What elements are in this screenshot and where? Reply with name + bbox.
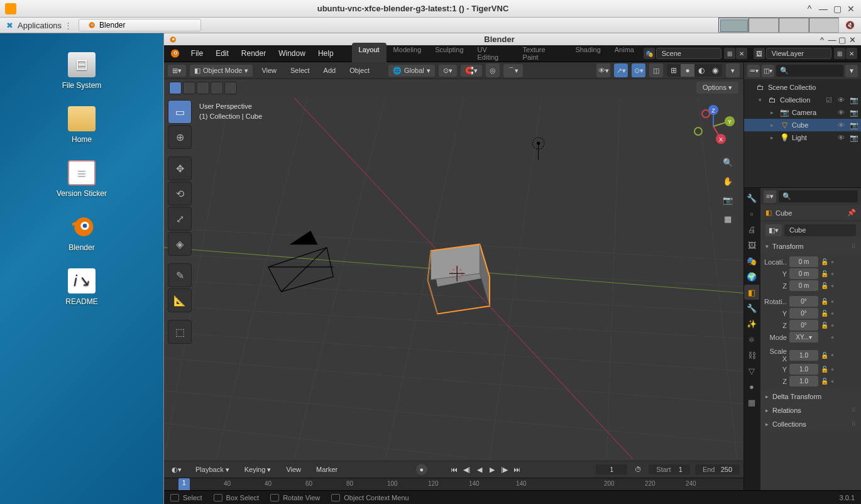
start-frame-field[interactable]: Start 1: [649, 464, 690, 474]
lock-icon[interactable]: 🔓: [821, 322, 828, 329]
lock-icon[interactable]: 🔓: [821, 282, 828, 289]
navigation-gizmo[interactable]: Z Y X: [691, 104, 736, 149]
workspace-4[interactable]: [809, 18, 839, 33]
tab-layout[interactable]: Layout: [352, 43, 387, 64]
timeline-editor-type[interactable]: ◐▾: [168, 464, 185, 475]
tab-sculpting[interactable]: Sculpting: [428, 43, 470, 64]
lock-icon[interactable]: 🔓: [821, 258, 828, 265]
workspace-pager[interactable]: [718, 18, 839, 33]
lock-icon[interactable]: 🔓: [821, 310, 828, 317]
vnc-close-button[interactable]: ✕: [846, 4, 856, 14]
play-reverse-button[interactable]: ◀: [474, 464, 485, 475]
prop-tab-output[interactable]: 🖨: [744, 222, 759, 237]
vnc-rollup-button[interactable]: ^: [804, 4, 814, 14]
location-z-field[interactable]: 0 m: [789, 280, 818, 291]
prop-tab-material[interactable]: ●: [744, 379, 759, 394]
tree-cube[interactable]: ▸ ▽ Cube 👁 📷: [744, 119, 861, 131]
gizmo-button[interactable]: ↗▾: [614, 63, 628, 77]
orientation-dropdown[interactable]: 🌐 Global ▾: [388, 65, 435, 77]
select-mode-invert[interactable]: [211, 82, 223, 94]
vnc-maximize-button[interactable]: ▢: [832, 4, 842, 14]
render-icon[interactable]: 📷: [850, 121, 858, 129]
editor-type-dropdown[interactable]: ⊞▾: [168, 65, 186, 77]
prop-tab-texture[interactable]: ▦: [744, 395, 759, 410]
scene-delete-button[interactable]: ✕: [736, 48, 747, 59]
checkbox-icon[interactable]: ☑: [826, 96, 835, 104]
keyframe-prev-button[interactable]: ◀|: [461, 464, 473, 475]
shading-wireframe[interactable]: ⊞: [667, 64, 681, 77]
rotation-y-field[interactable]: 0°: [789, 308, 818, 319]
desktop-icon-filesystem[interactable]: ⊟ File System: [62, 52, 102, 90]
tab-texture-paint[interactable]: Texture Paint: [516, 43, 569, 64]
blender-minimize-button[interactable]: —: [827, 35, 837, 44]
desktop-icon-readme[interactable]: i↘ README: [65, 268, 97, 306]
workspace-3[interactable]: [779, 18, 809, 33]
workspace-1[interactable]: [718, 18, 749, 33]
shading-rendered[interactable]: ◉: [708, 64, 722, 77]
viewlayer-name-field[interactable]: ViewLayer: [766, 48, 831, 59]
tab-uv-editing[interactable]: UV Editing: [471, 43, 516, 64]
prop-tab-viewlayer[interactable]: 🖼: [744, 238, 759, 253]
prop-tab-physics[interactable]: ⚛: [744, 332, 759, 347]
scale-z-field[interactable]: 1.0: [789, 376, 818, 386]
xfce-desktop[interactable]: ⊟ File System Home ≡ Version Sticker Ble…: [0, 33, 163, 504]
menu-help[interactable]: Help: [312, 47, 339, 60]
select-mode-rect[interactable]: [169, 82, 182, 94]
object-menu[interactable]: Object: [344, 65, 375, 76]
scene-browse-icon[interactable]: 🎭: [644, 48, 655, 59]
panel-grip-icon[interactable]: ⠿: [852, 407, 856, 414]
tool-move[interactable]: ✥: [168, 156, 192, 180]
menu-file[interactable]: File: [185, 47, 209, 60]
xray-button[interactable]: ◫: [649, 63, 663, 77]
pin-icon[interactable]: 📌: [847, 209, 856, 217]
select-mode-intersect[interactable]: [224, 82, 237, 94]
select-menu[interactable]: Select: [285, 65, 315, 76]
eye-icon[interactable]: 👁: [838, 134, 847, 141]
tool-select-box[interactable]: ▭: [168, 100, 192, 124]
prop-tab-object[interactable]: ◧: [744, 285, 759, 300]
outliner-filter-button[interactable]: ▼: [845, 65, 858, 77]
timeline-ruler[interactable]: 1 40 40 60 80 100 120 140 140 200 220 24…: [164, 478, 743, 490]
outliner-search-input[interactable]: 🔍: [776, 65, 843, 77]
scale-y-field[interactable]: 1.0: [789, 364, 818, 375]
tab-animation[interactable]: Anima: [608, 43, 641, 64]
lock-icon[interactable]: 🔓: [821, 378, 828, 385]
vnc-minimize-button[interactable]: —: [818, 4, 828, 14]
tool-scale[interactable]: ⤢: [168, 207, 192, 231]
tool-measure[interactable]: 📐: [168, 288, 192, 312]
volume-icon[interactable]: 🔇: [839, 21, 861, 30]
viewlayer-delete-button[interactable]: ✕: [846, 48, 857, 59]
timeline-keying-menu[interactable]: Keying ▾: [239, 464, 277, 475]
prop-tab-data[interactable]: ▽: [744, 363, 759, 378]
render-icon[interactable]: 📷: [850, 109, 858, 117]
timeline-view-menu[interactable]: View: [281, 464, 306, 474]
desktop-icon-home[interactable]: Home: [68, 106, 96, 144]
render-icon[interactable]: 📷: [850, 134, 858, 142]
blender-logo-icon[interactable]: [168, 47, 180, 60]
workspace-2[interactable]: [749, 18, 779, 33]
blender-close-button[interactable]: ✕: [847, 35, 857, 44]
prop-tab-constraints[interactable]: ⛓: [744, 348, 759, 363]
object-name-field[interactable]: Cube: [784, 224, 856, 236]
autokey-button[interactable]: ●: [416, 464, 427, 475]
blender-maximize-button[interactable]: ▢: [837, 35, 847, 44]
end-frame-field[interactable]: End 250: [695, 464, 740, 474]
playhead-marker[interactable]: 1: [178, 478, 190, 490]
outliner-display-mode[interactable]: ◫▾: [762, 65, 774, 77]
rotation-z-field[interactable]: 0°: [789, 320, 818, 331]
tool-transform[interactable]: ◈: [168, 232, 192, 256]
desktop-icon-version-sticker[interactable]: ≡ Version Sticker: [57, 160, 107, 198]
tree-collection[interactable]: ▾ 🗀 Collection ☑ 👁 📷: [744, 94, 861, 106]
scene-new-button[interactable]: ⊞: [724, 48, 735, 59]
proportional-falloff-dropdown[interactable]: ⌒▾: [503, 64, 523, 77]
prop-tab-render[interactable]: ▫: [744, 206, 759, 221]
shading-solid[interactable]: ●: [681, 64, 694, 77]
tree-light[interactable]: ▸ 💡 Light 👁 📷: [744, 131, 861, 144]
eye-icon[interactable]: 👁: [838, 96, 847, 104]
lock-icon[interactable]: 🔓: [821, 298, 828, 305]
nav-camera-button[interactable]: 📷: [720, 192, 736, 208]
select-mode-subtract[interactable]: [197, 82, 209, 94]
properties-search-input[interactable]: 🔍: [779, 190, 858, 202]
pivot-dropdown[interactable]: ⊙▾: [439, 65, 457, 77]
tab-modeling[interactable]: Modeling: [387, 43, 429, 64]
